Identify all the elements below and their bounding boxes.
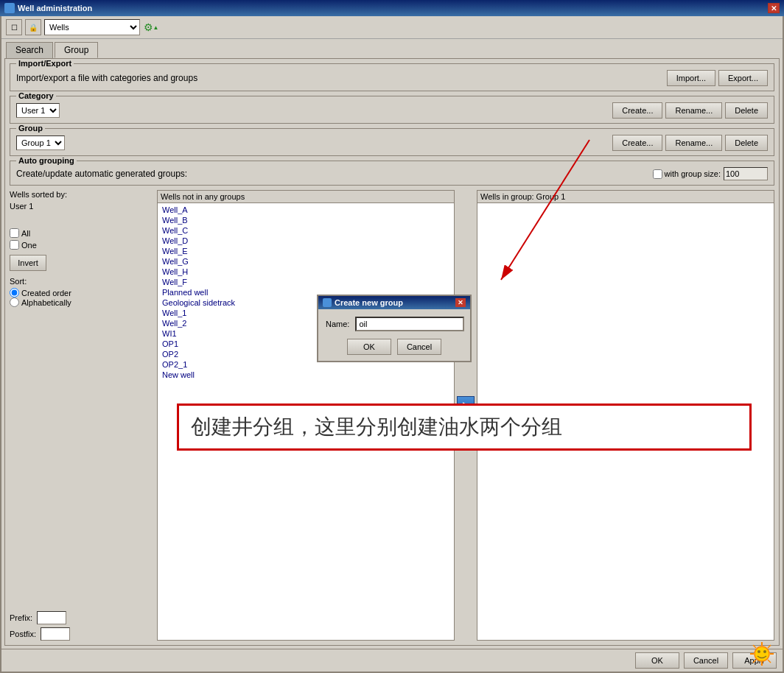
all-checkbox-label[interactable]: All	[10, 228, 157, 238]
group-rename-button[interactable]: Rename...	[665, 135, 722, 151]
app-icon	[4, 3, 15, 13]
group-section: Group Group 1 Create... Rename... Delete	[10, 128, 774, 156]
export-button[interactable]: Export...	[718, 70, 768, 86]
dialog-cancel-button[interactable]: Cancel	[397, 339, 441, 355]
created-order-radio-label[interactable]: Created order	[10, 288, 157, 297]
wells-in-group-panel: Wells in group: Group 1	[477, 190, 774, 641]
import-export-section: Import/Export Import/export a file with …	[10, 63, 774, 91]
dialog-name-input[interactable]	[355, 317, 464, 331]
list-item[interactable]: Well_F	[161, 277, 451, 287]
toolbar-icon2[interactable]: 🔒	[25, 19, 41, 35]
group-combo[interactable]: Group 1	[16, 135, 65, 150]
category-rename-button[interactable]: Rename...	[665, 102, 722, 119]
dialog-title-text: Create new group	[335, 298, 403, 307]
list-item[interactable]: Well_A	[161, 205, 451, 215]
postfix-label: Postfix:	[10, 630, 36, 638]
category-title: Category	[16, 91, 56, 100]
group-delete-button[interactable]: Delete	[725, 135, 768, 151]
toolbar: ☐ 🔒 Wells ⚙ ▲	[1, 16, 783, 39]
dialog-content: Name: OK Cancel	[318, 309, 470, 361]
list-item[interactable]: Well_B	[161, 215, 451, 225]
category-create-button[interactable]: Create...	[612, 102, 662, 119]
dialog-name-label: Name:	[326, 320, 349, 328]
wells-not-in-groups-header: Wells not in any groups	[158, 191, 454, 203]
list-item[interactable]: Well_E	[161, 246, 451, 256]
wells-sorted-label: Wells sorted by:	[10, 190, 157, 199]
wells-in-group-header: Wells in group: Group 1	[477, 191, 774, 203]
import-export-title: Import/Export	[16, 59, 74, 68]
prefix-area: Prefix: Postfix:	[10, 611, 157, 641]
dialog-close-button[interactable]: ✕	[455, 298, 466, 307]
wells-controls: All One Invert	[10, 228, 157, 271]
list-item[interactable]: Well_H	[161, 267, 451, 277]
auto-grouping-title: Auto grouping	[16, 156, 77, 165]
prefix-input[interactable]	[37, 611, 66, 624]
list-item[interactable]: New well	[161, 370, 451, 380]
create-group-dialog[interactable]: Create new group ✕ Name: OK Cancel	[317, 295, 472, 362]
group-create-button[interactable]: Create...	[612, 135, 662, 151]
group-title: Group	[16, 124, 45, 133]
prefix-label: Prefix:	[10, 613, 32, 622]
group-size-input[interactable]	[724, 167, 768, 180]
category-section: Category User 1 Create... Rename... Dele…	[10, 96, 774, 124]
one-checkbox-label[interactable]: One	[10, 240, 157, 250]
created-order-radio[interactable]	[10, 288, 19, 297]
move-right-button[interactable]: ▶	[457, 396, 475, 414]
move-left-button[interactable]: ◀	[457, 417, 475, 434]
dialog-ok-button[interactable]: OK	[347, 339, 391, 355]
toolbar-icon1[interactable]: ☐	[6, 19, 22, 35]
tab-search[interactable]: Search	[6, 42, 53, 58]
sort-section: Sort: Created order Alphabetically	[10, 277, 157, 307]
dialog-title-bar: Create new group ✕	[318, 296, 470, 309]
tab-bar: Search Group	[1, 39, 783, 58]
window-title: Well administration	[18, 4, 92, 13]
list-item[interactable]: Well_D	[161, 236, 451, 246]
group-size-checkbox-label[interactable]: with group size:	[653, 169, 721, 179]
alphabetically-radio-label[interactable]: Alphabetically	[10, 297, 157, 307]
apply-button[interactable]: Apply	[732, 652, 777, 669]
auto-grouping-section: Auto grouping Create/update automatic ge…	[10, 161, 774, 186]
invert-button[interactable]: Invert	[10, 255, 46, 271]
auto-grouping-description: Create/update automatic generated groups…	[16, 169, 187, 179]
wells-not-in-groups-list[interactable]: Well_A Well_B Well_C Well_D Well_E Well_…	[158, 203, 454, 640]
close-button[interactable]: ✕	[768, 3, 780, 13]
tab-group[interactable]: Group	[55, 42, 98, 58]
import-export-description: Import/export a file with categories and…	[16, 73, 197, 83]
import-button[interactable]: Import...	[667, 70, 715, 86]
wells-middle-controls: ▶ ◀	[455, 190, 477, 641]
postfix-input[interactable]	[41, 627, 70, 641]
bottom-bar: OK Cancel Apply	[1, 649, 783, 672]
category-delete-button[interactable]: Delete	[725, 102, 768, 119]
ok-button[interactable]: OK	[635, 652, 679, 669]
wells-in-group-list[interactable]	[477, 203, 774, 640]
cancel-button[interactable]: Cancel	[684, 652, 728, 669]
wells-combo[interactable]: Wells	[44, 19, 140, 35]
arrow-up-icon: ▲	[153, 24, 159, 31]
all-checkbox[interactable]	[10, 228, 19, 238]
wells-area: Wells sorted by: User 1 All One Invert S…	[10, 190, 774, 641]
dialog-icon	[323, 298, 332, 307]
alphabetically-radio[interactable]	[10, 297, 19, 307]
wells-not-in-groups-panel: Wells not in any groups Well_A Well_B We…	[157, 190, 455, 641]
one-checkbox[interactable]	[10, 240, 19, 250]
list-item[interactable]: Well_G	[161, 256, 451, 267]
group-size-checkbox[interactable]	[653, 169, 662, 179]
sort-label: Sort:	[10, 277, 157, 286]
wells-left-panel: Wells sorted by: User 1 All One Invert S…	[10, 190, 157, 641]
gear-icon: ⚙	[144, 21, 153, 33]
wells-sorted-value: User 1	[10, 202, 157, 211]
settings-icon[interactable]: ⚙ ▲	[143, 19, 159, 35]
title-bar: Well administration ✕	[0, 0, 784, 16]
category-combo[interactable]: User 1	[16, 103, 60, 118]
list-item[interactable]: Well_C	[161, 225, 451, 236]
